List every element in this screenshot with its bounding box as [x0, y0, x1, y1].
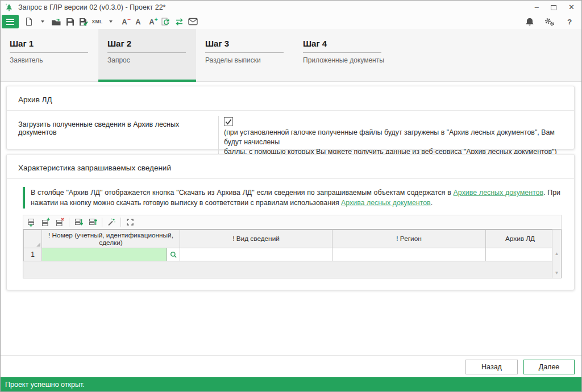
save-floppy-icon: [66, 18, 74, 26]
vid-cell[interactable]: [180, 248, 332, 261]
refresh-icon: [161, 17, 170, 26]
move-row-down-button[interactable]: [72, 216, 85, 228]
refresh-convert-button[interactable]: [159, 15, 172, 28]
corner-triangle-icon: [36, 243, 40, 247]
help-button[interactable]: ?: [563, 15, 576, 28]
expand-icon: [126, 218, 135, 227]
note-text: .: [431, 199, 433, 207]
footer-divider: [1, 355, 581, 356]
move-row-up-icon: [88, 218, 97, 227]
step-title: Шаг 4: [303, 39, 381, 53]
toolbar-separator: [69, 218, 69, 227]
step-subtitle: Приложенные документы: [303, 56, 392, 64]
wizard-button[interactable]: [105, 216, 118, 228]
font-default-button[interactable]: A: [131, 15, 145, 28]
region-cell[interactable]: [332, 248, 486, 261]
envelope-icon: [188, 18, 198, 26]
caret-down-icon: [109, 20, 113, 23]
move-row-up-button[interactable]: [86, 216, 99, 228]
column-header-number: ! Номер (учетный, идентификационный, сде…: [42, 230, 180, 248]
xml-dropdown[interactable]: [104, 15, 118, 28]
wizard-steps: Шаг 1 Заявитель Шаг 2 Запрос Шаг 3 Разде…: [1, 29, 581, 82]
maximize-button[interactable]: [551, 5, 556, 10]
main-toolbar: XML A– A A+: [1, 14, 581, 29]
request-table: ! Номер (учетный, идентификационный, сде…: [23, 229, 562, 278]
tab-step-1[interactable]: Шаг 1 Заявитель: [1, 29, 98, 81]
upload-checkbox-label: Загрузить полученные сведения в Архив ле…: [18, 116, 218, 157]
back-button[interactable]: Назад: [465, 360, 518, 374]
expand-table-button[interactable]: [124, 216, 136, 228]
gears-icon: [544, 18, 555, 26]
font-increase-button[interactable]: A+: [145, 15, 159, 28]
status-message: Проект успешно открыт.: [5, 381, 85, 389]
app-window: Запрос в ГЛР версии 02 (v0.3.0) - Проект…: [0, 0, 582, 392]
window-controls: – ✕: [535, 1, 575, 14]
transfer-button[interactable]: [172, 15, 186, 28]
step-subtitle: Заявитель: [10, 56, 98, 64]
archive-ld-link[interactable]: Архива лесных документов: [341, 199, 431, 207]
bell-icon: [526, 18, 534, 26]
number-cell: [42, 248, 180, 261]
step-title: Шаг 3: [205, 39, 284, 53]
toolbar-right: ?: [523, 15, 576, 28]
checkbox-hint-line1: (при установленной галочке полученные фа…: [224, 128, 563, 147]
new-document-dropdown[interactable]: [36, 15, 49, 28]
column-header-region: ! Регион: [332, 230, 486, 248]
search-button[interactable]: [167, 248, 180, 261]
section-title: Характеристика запрашиваемых сведений: [7, 155, 574, 172]
column-header-archive: Архив ЛД: [486, 230, 555, 248]
settings-button[interactable]: [543, 15, 556, 28]
table-scrollbar[interactable]: ▲ ▼: [552, 230, 561, 278]
insert-row-button[interactable]: [39, 216, 52, 228]
magic-wand-icon: [107, 218, 116, 227]
checkbox-note-block: (при установленной галочке полученные фа…: [218, 116, 563, 157]
scroll-up-icon[interactable]: ▲: [552, 251, 561, 256]
toolbar-separator: [120, 218, 121, 227]
archive-cell[interactable]: [486, 248, 555, 261]
open-project-button[interactable]: [49, 15, 63, 28]
transfer-arrows-icon: [174, 18, 184, 26]
add-row-button[interactable]: [25, 216, 38, 228]
tab-step-3[interactable]: Шаг 3 Разделы выписки: [196, 29, 294, 81]
upload-archive-checkbox[interactable]: [224, 117, 233, 126]
archive-ld-section: Архив ЛД Загрузить полученные сведения в…: [6, 86, 575, 149]
xml-export-button[interactable]: XML: [90, 15, 104, 28]
next-button[interactable]: Далее: [523, 360, 575, 374]
archive-ld-link[interactable]: Архиве лесных документов: [454, 189, 543, 197]
close-button[interactable]: ✕: [568, 1, 575, 14]
number-input[interactable]: [42, 248, 167, 261]
send-button[interactable]: [186, 15, 199, 28]
font-default-icon: A: [135, 18, 140, 26]
font-increase-icon: A+: [149, 18, 154, 26]
row-number-cell[interactable]: 1: [24, 248, 42, 261]
note-text: В столбце "Архив ЛД" отображается кнопка…: [31, 189, 454, 197]
font-decrease-icon: A–: [122, 18, 127, 26]
tab-step-4[interactable]: Шаг 4 Приложенные документы: [294, 29, 392, 81]
new-document-button[interactable]: [22, 15, 36, 28]
info-note: В столбце "Архив ЛД" отображается кнопка…: [23, 187, 560, 208]
move-row-down-icon: [74, 218, 83, 227]
delete-row-button[interactable]: [53, 216, 66, 228]
open-folder-icon: [51, 18, 61, 26]
save-button[interactable]: [63, 15, 77, 28]
divider: [7, 110, 574, 111]
step-subtitle: Запрос: [107, 56, 196, 64]
titlebar: Запрос в ГЛР версии 02 (v0.3.0) - Проект…: [1, 1, 581, 14]
characteristics-section: Характеристика запрашиваемых сведений В …: [6, 154, 575, 290]
save-as-button[interactable]: [77, 15, 90, 28]
new-document-icon: [25, 17, 33, 26]
table-row: 1: [24, 248, 555, 261]
add-row-icon: [27, 218, 36, 227]
search-icon: [170, 251, 177, 258]
notifications-button[interactable]: [523, 15, 537, 28]
app-fir-tree-icon: [5, 3, 14, 12]
table-toolbar: [23, 215, 562, 229]
select-all-corner-cell[interactable]: [24, 230, 42, 248]
hamburger-menu-button[interactable]: [2, 15, 19, 28]
column-header-vid: ! Вид сведений: [180, 230, 332, 248]
font-decrease-button[interactable]: A–: [118, 15, 131, 28]
minimize-button[interactable]: –: [535, 1, 539, 14]
scroll-down-icon[interactable]: ▼: [552, 270, 561, 276]
delete-row-icon: [55, 218, 64, 227]
tab-step-2[interactable]: Шаг 2 Запрос: [98, 29, 196, 81]
